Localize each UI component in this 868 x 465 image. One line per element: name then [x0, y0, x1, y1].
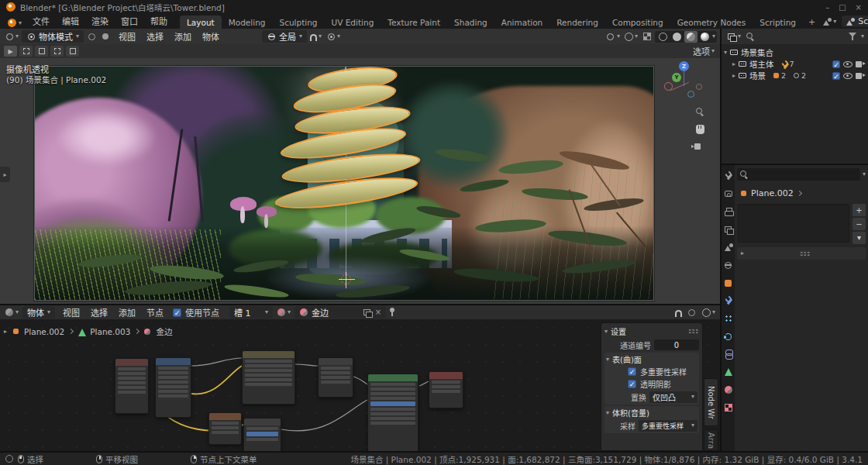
select-extend-button[interactable] [50, 46, 64, 57]
properties-tab-texture[interactable] [724, 403, 733, 412]
remove-slot-button[interactable]: − [852, 218, 866, 230]
render-visibility-icon[interactable] [856, 61, 866, 67]
select-subtract-button[interactable] [66, 46, 79, 57]
axis-neg2-handle[interactable] [696, 84, 702, 90]
outliner-row[interactable]: ▸场景22✓ [722, 70, 868, 81]
properties-tab-output[interactable] [724, 207, 733, 216]
importance-sampling-checkbox[interactable]: ✓ 多重要性采样 [628, 366, 698, 377]
axis-neg-handle[interactable] [687, 91, 694, 98]
shader-node[interactable] [155, 357, 191, 418]
chevron-icon[interactable]: ▸ [732, 73, 735, 79]
properties-search-input[interactable] [737, 168, 860, 181]
viewport-menu-item[interactable]: 视图 [113, 30, 141, 43]
shader-node[interactable] [242, 350, 295, 405]
menubar-item[interactable]: 文件 [26, 13, 56, 29]
editor-type-button[interactable]: ▾ [3, 308, 20, 317]
node-menu-item[interactable]: 视图 [57, 306, 85, 319]
expand-icon[interactable]: ▸ [4, 329, 7, 335]
shading-wireframe-button[interactable] [656, 31, 670, 43]
workspace-tab-geometry-nodes[interactable]: Geometry Nodes [670, 16, 753, 29]
node-menu-item[interactable]: 添加 [113, 306, 141, 319]
mode-dropdown[interactable]: 物体模式 ▾ [22, 30, 84, 43]
workspace-tab-compositing[interactable]: Compositing [605, 16, 670, 29]
properties-tab-tool[interactable] [724, 171, 733, 181]
scene-selector[interactable]: Scene × [842, 16, 868, 27]
drag-grip-icon[interactable] [688, 329, 699, 334]
node-options-button[interactable]: ▾ [701, 308, 717, 317]
browse-material-button[interactable]: ▾ [275, 308, 292, 317]
shader-node[interactable] [318, 357, 353, 398]
sidebar-tab-node-wrangler[interactable]: Node Wr [704, 378, 718, 426]
node-header[interactable] [429, 372, 463, 379]
slot-specials-button[interactable]: ▾ [852, 232, 866, 244]
axis-y-handle[interactable]: Y [672, 73, 681, 82]
node-header[interactable] [319, 358, 353, 365]
node-header[interactable] [368, 374, 418, 381]
node-header[interactable] [115, 359, 148, 366]
pan-tool[interactable] [696, 125, 704, 134]
node-header[interactable] [244, 418, 281, 425]
mode-transfer-button[interactable] [85, 32, 98, 41]
node-menu-item[interactable]: 选择 [85, 306, 113, 319]
surface-section-header[interactable]: ▾ 表(曲)面 [606, 353, 698, 365]
filter-icon[interactable] [848, 32, 857, 41]
proportional-edit-toggle[interactable]: ▾ [325, 32, 342, 41]
workspace-tab-shading[interactable]: Shading [447, 16, 494, 29]
copy-material-icon[interactable] [363, 308, 372, 317]
viewport-menu-item[interactable]: 添加 [169, 30, 197, 43]
orientation-dropdown[interactable]: 全局 ▾ [262, 30, 307, 43]
toolbar-collapsed-tab[interactable]: ▸ [0, 167, 10, 182]
breadcrumb-material[interactable]: 金边 [156, 326, 172, 337]
properties-tab-object-data[interactable] [724, 367, 733, 377]
add-slot-button[interactable]: + [852, 204, 866, 216]
workspace-tab-modeling[interactable]: Modeling [222, 16, 273, 29]
menubar-item[interactable]: 编辑 [56, 13, 85, 29]
render-visibility-icon[interactable] [856, 73, 866, 79]
settings-panel-header[interactable]: ▾ 设置 [604, 326, 699, 337]
hide-eye-icon[interactable] [843, 61, 852, 67]
pin-icon[interactable] [388, 308, 395, 317]
overlay-node-toggle[interactable] [686, 308, 698, 317]
breadcrumb-object[interactable]: Plane.002 [751, 188, 794, 198]
pass-value-field[interactable]: 0 [654, 339, 699, 350]
outliner-row[interactable]: ▾场景集合 [722, 46, 868, 58]
node-menu-item[interactable]: 节点 [141, 306, 169, 319]
close-button[interactable]: × [856, 3, 862, 12]
node-canvas[interactable]: ▸ Plane.002 Plane.003 金边 ▾ 设置 通道编号 [0, 319, 720, 451]
properties-tab-scene[interactable] [724, 243, 733, 252]
mode-options-button[interactable] [99, 32, 112, 41]
axis-z-handle[interactable]: Z [679, 61, 689, 71]
properties-tab-particles[interactable] [724, 314, 733, 323]
selectable-checkbox[interactable]: ✓ [832, 60, 840, 68]
shading-solid-button[interactable] [670, 31, 684, 43]
select-new-button[interactable] [35, 46, 48, 57]
workspace-tab-uv-editing[interactable]: UV Editing [325, 16, 381, 29]
select-box-button[interactable] [19, 46, 33, 57]
add-workspace-button[interactable]: + [803, 16, 821, 29]
properties-tab-material[interactable] [724, 385, 733, 394]
gizmos-toggle[interactable]: ▾ [604, 32, 622, 41]
axis-x-handle[interactable] [664, 82, 673, 91]
collapsed-panel[interactable]: ▸ [737, 247, 866, 260]
chevron-down-icon[interactable]: ▾ [863, 171, 866, 177]
camera-view[interactable] [34, 66, 654, 301]
viewport-menu-item[interactable]: 选择 [141, 30, 169, 43]
shader-node[interactable] [208, 412, 242, 445]
viewport-canvas[interactable]: 摄像机透视 (90) 场景集合 | Plane.002 ▸ Z Y [0, 58, 720, 304]
node-header[interactable] [156, 358, 191, 365]
properties-tab-modifiers[interactable] [724, 296, 733, 305]
hide-eye-icon[interactable] [843, 73, 852, 79]
breadcrumb-mesh[interactable]: Plane.003 [90, 327, 130, 336]
shading-material-button[interactable] [684, 31, 698, 43]
workspace-tab-animation[interactable]: Animation [494, 16, 550, 29]
workspace-tab-layout[interactable]: Layout [180, 16, 222, 29]
transparent-shadow-checkbox[interactable]: ✓ 透明阴影 [628, 378, 698, 390]
node-header[interactable] [209, 413, 241, 420]
properties-tab-constraints[interactable] [724, 350, 733, 359]
snap-node-toggle[interactable] [673, 308, 684, 317]
unlink-material-icon[interactable]: × [375, 308, 381, 316]
slot-list[interactable] [738, 204, 849, 243]
selectable-checkbox[interactable]: ✓ [832, 72, 840, 80]
shader-node[interactable] [243, 418, 281, 451]
workspace-tab-sculpting[interactable]: Sculpting [272, 16, 324, 29]
